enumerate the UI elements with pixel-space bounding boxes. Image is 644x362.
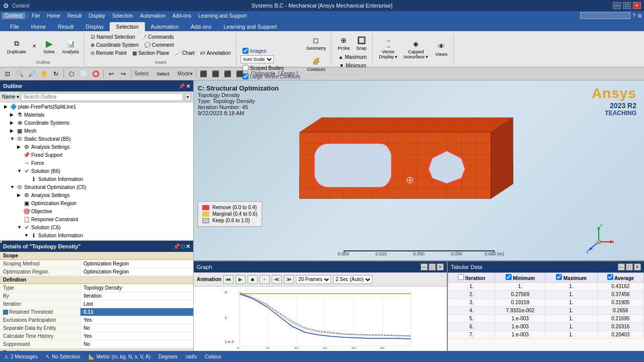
tab-addons[interactable]: Add-ons	[185, 22, 217, 31]
graph-close-btn[interactable]: ✕	[437, 263, 444, 270]
images-check[interactable]: Images	[240, 47, 302, 55]
details-expand-btn[interactable]: □	[181, 243, 185, 250]
nav-addons[interactable]: Add-ons	[170, 13, 194, 19]
outline-search-input[interactable]	[21, 93, 183, 101]
retained-value[interactable]: 0.11	[80, 308, 193, 316]
maximum-button[interactable]: ▲ Maximum	[337, 53, 369, 61]
expand-analysis-b5[interactable]: ▶	[17, 144, 23, 149]
zoom-fit-button[interactable]: ⊡	[2, 69, 13, 79]
close-x-button[interactable]: ✕	[30, 42, 38, 50]
nav-file[interactable]: File	[29, 13, 43, 19]
anim-stop-btn[interactable]: ■	[248, 275, 258, 284]
expand-analysis-c5[interactable]: ▶	[17, 193, 23, 198]
pan-button[interactable]: ✋	[38, 69, 49, 79]
expand-solution-b6[interactable]: ▼	[17, 168, 23, 173]
lasso-button[interactable]: ⭕	[90, 69, 101, 79]
expand-struct-opt[interactable]: ▼	[10, 185, 16, 190]
col-max-check[interactable]	[556, 274, 562, 280]
tree-item-force[interactable]: → Force	[0, 159, 193, 167]
details-pin-btn[interactable]: 📌	[173, 243, 180, 250]
view-front-button[interactable]: ⬛	[198, 69, 209, 79]
quick-launch-input[interactable]	[580, 12, 630, 19]
zoom-in-button[interactable]: 🔍	[14, 69, 25, 79]
table-row[interactable]: 5. 1.e-003 1. 0.21695	[448, 315, 644, 323]
tree-item-struct-opt[interactable]: ▼ ⚙ Structural Optimization (C5)	[0, 183, 193, 191]
tree-item-opt-region[interactable]: ▣ Optimization Region	[0, 199, 193, 207]
tree-item-coord[interactable]: ▶ ⊕ Coordinate Systems	[0, 119, 193, 127]
undo-button[interactable]: ↩	[106, 69, 117, 79]
help-icon[interactable]: ?	[632, 13, 635, 19]
table-row[interactable]: 3. 0.19159 1. 0.31905	[448, 299, 644, 307]
expand-mesh[interactable]: ▶	[10, 128, 16, 133]
tree-item-solution-b6[interactable]: ▼ ✔ Solution (B6)	[0, 167, 193, 175]
maximize-button[interactable]: □	[623, 2, 631, 9]
expand-materials[interactable]: ▶	[10, 112, 16, 117]
nav-selection[interactable]: Selection	[109, 13, 136, 19]
tab-automation[interactable]: Automation	[145, 22, 185, 31]
graph-max-btn[interactable]: □	[429, 263, 436, 270]
nav-learning[interactable]: Learning and Support	[195, 13, 250, 19]
annotation-button[interactable]: 🏷 Annotation	[198, 49, 233, 57]
duplicate-button[interactable]: ⧉ Duplicate	[5, 37, 28, 56]
settings-icon[interactable]: ⚙	[637, 13, 642, 19]
section-plane-button[interactable]: ▦ Section Plane	[130, 49, 172, 57]
remote-point-button[interactable]: ⊙ Remote Point	[89, 49, 129, 57]
tree-item-sol-info-b6[interactable]: ℹ Solution Information	[0, 175, 193, 183]
tabular-close-btn[interactable]: ✕	[634, 263, 641, 270]
nav-context[interactable]: Context	[2, 13, 25, 19]
tree-item-response[interactable]: 📋 Response Constraint	[0, 215, 193, 223]
col-iter-check[interactable]	[458, 274, 464, 280]
tree-item-materials[interactable]: ▶ ⚗ Materials	[0, 111, 193, 119]
view-side-button[interactable]: ⬛	[222, 69, 233, 79]
expand-root[interactable]: ▶	[4, 104, 10, 109]
outline-filter-btn[interactable]: ▾	[185, 93, 191, 101]
images-checkbox[interactable]	[243, 48, 249, 54]
tab-result[interactable]: Result	[52, 22, 79, 31]
tab-home[interactable]: Home	[25, 22, 52, 31]
viewport[interactable]: C: Structural Optimization Topology Dens…	[194, 80, 644, 260]
nav-automation[interactable]: Automation	[137, 13, 169, 19]
coordinate-system-button[interactable]: ⊕ Coordinate System	[89, 41, 141, 49]
auto-scale-select[interactable]: Auto Scale	[240, 55, 274, 63]
chart-button[interactable]: 📈 Chart	[173, 49, 196, 57]
expand-static[interactable]: ▼	[10, 136, 16, 141]
contours-button[interactable]: 🌈 Contours	[304, 54, 329, 73]
tree-item-analysis-c5[interactable]: ▶ ⚙ Analysis Settings	[0, 191, 193, 199]
tabular-min-btn[interactable]: —	[618, 263, 625, 270]
tree-item-static-struct[interactable]: ▼ ⚙ Static Structural (B5)	[0, 135, 193, 143]
nav-result[interactable]: Result	[64, 13, 85, 19]
minimum-button[interactable]: ▼ Minimum	[337, 62, 368, 69]
geometry-button[interactable]: ◻ Geometry	[304, 33, 329, 52]
named-selection-button[interactable]: ☑ Named Selection	[89, 33, 137, 41]
table-row[interactable]: 7. 1.e-003 1. 0.20403	[448, 331, 644, 339]
anim-frame-btn[interactable]: ▫	[260, 275, 270, 284]
tree-item-solution-c6[interactable]: ▼ ✔ Solution (C6)	[0, 223, 193, 231]
table-row[interactable]: 4. 7.9331e-002 1. 0.2656	[448, 307, 644, 315]
capped-isosurface-button[interactable]: ◈ CappedIsosurface ▾	[401, 37, 430, 61]
tab-learning[interactable]: Learning and Support	[217, 22, 283, 31]
expand-coord[interactable]: ▶	[10, 120, 16, 125]
outline-pin-btn[interactable]: 📌	[179, 83, 185, 89]
table-row[interactable]: 1. 1. 1. 0.43162	[448, 283, 644, 291]
col-min-check[interactable]	[506, 274, 512, 280]
vector-display-button[interactable]: →→ VectorDisplay ▾	[377, 37, 399, 61]
anim-rewind-btn[interactable]: ⏮	[223, 275, 233, 284]
tab-selection[interactable]: Selection	[110, 22, 144, 31]
minimize-button[interactable]: —	[613, 2, 621, 9]
zoom-out-button[interactable]: 🔎	[26, 69, 37, 79]
table-row[interactable]: 6. 1.e-003 1. 0.20316	[448, 323, 644, 331]
redo-button[interactable]: ↪	[118, 69, 129, 79]
view-top-button[interactable]: ⬛	[210, 69, 221, 79]
expand-solinfo-c6[interactable]: ▼	[24, 233, 30, 238]
tree-item-root[interactable]: ▶ 🔷 plate-FreeParts|SplitLine1	[0, 103, 193, 111]
tab-display[interactable]: Display	[79, 22, 110, 31]
outline-close-btn[interactable]: ✕	[186, 83, 190, 89]
tree-item-sol-info-c6[interactable]: ▼ ℹ Solution Information	[0, 231, 193, 239]
close-button[interactable]: ✕	[633, 2, 641, 9]
snap-button[interactable]: 🔲 Snap	[353, 33, 369, 52]
rotate-button[interactable]: ↻	[50, 69, 61, 79]
anim-play-btn[interactable]: ▶	[235, 275, 246, 284]
comment-button[interactable]: 💬 Comment	[142, 41, 176, 49]
graph-min-btn[interactable]: —	[421, 263, 428, 270]
nav-home[interactable]: Home	[44, 13, 63, 19]
